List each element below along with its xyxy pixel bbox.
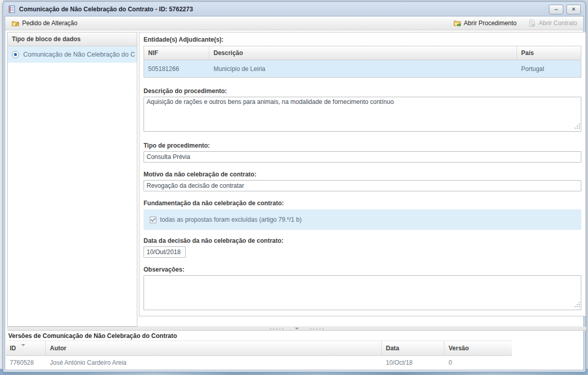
descricao-procedimento-textarea[interactable]: Aquisição de rações e outros bens para a… <box>144 97 581 132</box>
fundamentacao-box: todas as propostas foram excluídas (arti… <box>144 209 581 230</box>
minimize-button[interactable]: – <box>549 5 563 14</box>
column-header-autor[interactable]: Autor <box>46 341 382 355</box>
column-header-versao[interactable]: Versão <box>444 341 508 355</box>
column-header-id-label: ID <box>10 345 16 352</box>
sidebar-item-comunicacao[interactable]: Comunicação de Não Celebração do C <box>8 46 137 63</box>
entidades-grid-header: NIF Descrição País <box>144 46 581 60</box>
column-header-nif[interactable]: NIF <box>144 46 209 60</box>
abrir-procedimento-label: Abrir Procedimento <box>464 20 517 27</box>
cell-versao: 0 <box>444 356 508 369</box>
motivo-label: Motivo da não celebração de contrato: <box>144 171 581 178</box>
sidebar-panel: Tipo de bloco de dados Comunicação de Nã… <box>7 32 137 327</box>
window-body: Pedido de Alteração Abrir Procedimento <box>5 16 584 370</box>
cell-autor: José António Cardeiro Areia <box>46 356 382 369</box>
radio-selected-icon <box>12 51 19 58</box>
folder-go-icon <box>453 19 461 27</box>
fundamentacao-label: Fundamentação da não celebração de contr… <box>144 200 581 207</box>
window-title: Comunicação de Não Celebração do Contrat… <box>19 6 546 13</box>
data-decisao-label: Data da decisão da não celebração de con… <box>144 237 581 244</box>
entidades-grid: NIF Descrição País 505181266 Município d… <box>144 46 581 78</box>
contract-go-icon <box>528 19 536 27</box>
data-decisao-field[interactable] <box>144 246 186 258</box>
folder-edit-icon <box>11 19 20 27</box>
motivo-field[interactable] <box>144 180 581 191</box>
pedido-alteracao-button[interactable]: Pedido de Alteração <box>9 18 79 28</box>
versions-panel: Versões de Comunicação de Não Celebração… <box>6 331 583 369</box>
observacoes-textarea[interactable] <box>144 275 581 310</box>
sidebar-header: Tipo de bloco de dados <box>8 32 137 46</box>
column-header-pais[interactable]: País <box>517 46 581 60</box>
table-row[interactable]: 7760528 José António Cardeiro Areia 10/O… <box>6 356 583 370</box>
pedido-alteracao-label: Pedido de Alteração <box>22 20 77 27</box>
horizontal-splitter[interactable] <box>7 327 586 331</box>
abrir-contrato-button: Abrir Contrato <box>526 18 579 28</box>
fundamentacao-checkbox-label: todas as propostas foram excluídas (arti… <box>160 216 301 223</box>
dialog-window: Comunicação de Não Celebração do Contrat… <box>3 1 586 372</box>
column-header-descricao[interactable]: Descrição <box>209 46 517 60</box>
content-region: Tipo de bloco de dados Comunicação de Nã… <box>5 30 583 369</box>
abrir-procedimento-button[interactable]: Abrir Procedimento <box>451 18 519 28</box>
column-header-data[interactable]: Data <box>382 341 444 355</box>
cell-descricao: Município de Leiria <box>209 60 517 77</box>
descricao-procedimento-label: Descrição do procedimento: <box>144 87 581 95</box>
table-row[interactable]: 505181266 Município de Leiria Portugal <box>144 60 581 77</box>
collapse-down-icon[interactable] <box>295 328 299 330</box>
entidades-label: Entidade(s) Adjudicante(s): <box>144 36 581 43</box>
splitter-grip-icon <box>270 328 283 330</box>
window-titlebar[interactable]: Comunicação de Não Celebração do Contrat… <box>5 3 584 16</box>
toolbar: Pedido de Alteração Abrir Procedimento <box>5 16 583 30</box>
tipo-procedimento-field[interactable] <box>144 151 581 163</box>
document-note-icon <box>8 5 16 13</box>
checkbox-checked-disabled-icon <box>150 217 156 223</box>
tipo-procedimento-label: Tipo de procedimento: <box>144 142 581 149</box>
main-form-panel: Entidade(s) Adjudicante(s): NIF Descriçã… <box>139 32 586 316</box>
sidebar-item-label: Comunicação de Não Celebração do C <box>23 51 135 58</box>
versions-panel-title: Versões de Comunicação de Não Celebração… <box>6 331 583 341</box>
cell-pais: Portugal <box>517 60 581 77</box>
cell-id: 7760528 <box>6 356 46 369</box>
column-header-id[interactable]: ID <box>6 341 46 355</box>
abrir-contrato-label: Abrir Contrato <box>539 20 577 27</box>
observacoes-label: Observações: <box>144 266 581 273</box>
splitter-grip-icon <box>310 328 324 330</box>
close-button[interactable]: × <box>566 5 581 14</box>
cell-data: 10/Oct/18 <box>382 356 444 369</box>
versions-grid-header: ID Autor Data Versão <box>6 341 512 356</box>
sort-desc-icon <box>21 344 25 346</box>
cell-nif: 505181266 <box>144 60 209 77</box>
